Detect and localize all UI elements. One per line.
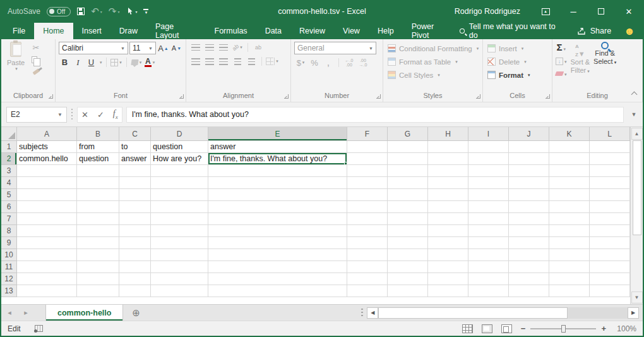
cell-A8[interactable]: [17, 225, 77, 237]
row-header-13[interactable]: 13: [1, 285, 17, 297]
zoom-slider[interactable]: [530, 328, 596, 329]
row-header-4[interactable]: 4: [1, 177, 17, 189]
row-header-9[interactable]: 9: [1, 237, 17, 249]
font-dialog-launcher[interactable]: [179, 94, 184, 99]
expand-formula-bar-button[interactable]: ▼: [628, 107, 640, 123]
align-center-button[interactable]: [203, 56, 216, 67]
insert-cells-button[interactable]: Insert▾: [486, 42, 549, 55]
cell-D9[interactable]: [151, 237, 208, 249]
cell-J1[interactable]: [509, 141, 549, 153]
cell-A9[interactable]: [17, 237, 77, 249]
minimize-button[interactable]: ─: [559, 0, 587, 23]
cell-I7[interactable]: [468, 213, 509, 225]
close-button[interactable]: ✕: [615, 0, 643, 23]
cell-L11[interactable]: [590, 261, 630, 273]
cell-G7[interactable]: [388, 213, 428, 225]
enter-entry-button[interactable]: ✓: [97, 110, 104, 119]
paste-button[interactable]: Paste ▾: [4, 42, 27, 90]
cell-D13[interactable]: [151, 285, 208, 297]
cell-C12[interactable]: [119, 273, 151, 285]
cell-K12[interactable]: [549, 273, 590, 285]
cell-L7[interactable]: [590, 213, 630, 225]
select-all-corner[interactable]: [1, 127, 17, 141]
cell-L6[interactable]: [590, 201, 630, 213]
copy-button[interactable]: ▾: [30, 54, 42, 65]
cell-L4[interactable]: [590, 177, 630, 189]
cell-L13[interactable]: [590, 285, 630, 297]
cell-E5[interactable]: [208, 189, 347, 201]
cell-B7[interactable]: [77, 213, 119, 225]
cell-G4[interactable]: [388, 177, 428, 189]
cell-K11[interactable]: [549, 261, 590, 273]
cell-K9[interactable]: [549, 237, 590, 249]
row-header-11[interactable]: 11: [1, 261, 17, 273]
cell-B6[interactable]: [77, 201, 119, 213]
cell-K6[interactable]: [549, 201, 590, 213]
sheet-tab-common-hello[interactable]: common-hello: [45, 305, 123, 321]
cell-L8[interactable]: [590, 225, 630, 237]
zoom-in-button[interactable]: +: [601, 324, 606, 333]
cell-A4[interactable]: [17, 177, 77, 189]
cell-C1[interactable]: to: [119, 141, 151, 153]
ribbon-display-options-button[interactable]: ▴: [532, 0, 559, 23]
cell-I3[interactable]: [468, 165, 509, 177]
cut-button[interactable]: ✂: [30, 42, 42, 53]
cell-F7[interactable]: [347, 213, 388, 225]
cell-E4[interactable]: [208, 177, 347, 189]
cell-I9[interactable]: [468, 237, 509, 249]
cell-K1[interactable]: [549, 141, 590, 153]
cell-F10[interactable]: [347, 249, 388, 261]
row-header-5[interactable]: 5: [1, 189, 17, 201]
conditional-formatting-button[interactable]: Conditional Formatting▾: [386, 42, 479, 55]
underline-button[interactable]: U: [85, 56, 97, 68]
cell-H1[interactable]: [428, 141, 468, 153]
cell-L1[interactable]: [590, 141, 630, 153]
tell-me-box[interactable]: Tell me what you want to do: [460, 22, 564, 40]
cell-K2[interactable]: [549, 153, 590, 165]
cell-E7[interactable]: [208, 213, 347, 225]
cell-J8[interactable]: [509, 225, 549, 237]
cell-L2[interactable]: [590, 153, 630, 165]
increase-decimal-button[interactable]: ←.0.00: [343, 57, 355, 68]
scroll-right-button[interactable]: ▶: [628, 307, 639, 319]
page-layout-view-button[interactable]: [482, 324, 492, 333]
clipboard-dialog-launcher[interactable]: [49, 94, 53, 99]
cell-I10[interactable]: [468, 249, 509, 261]
cell-E9[interactable]: [208, 237, 347, 249]
cell-H4[interactable]: [428, 177, 468, 189]
font-name-combo[interactable]: Calibri▼: [59, 42, 128, 54]
cell-G3[interactable]: [388, 165, 428, 177]
cell-L12[interactable]: [590, 273, 630, 285]
cell-C4[interactable]: [119, 177, 151, 189]
cell-K13[interactable]: [549, 285, 590, 297]
cell-styles-button[interactable]: Cell Styles▾: [386, 68, 479, 82]
borders-button[interactable]: ▾: [110, 56, 122, 68]
row-header-8[interactable]: 8: [1, 225, 17, 237]
cell-F3[interactable]: [347, 165, 388, 177]
merge-center-button[interactable]: ▾: [266, 56, 278, 67]
cell-H8[interactable]: [428, 225, 468, 237]
cell-B12[interactable]: [77, 273, 119, 285]
redo-button[interactable]: ↷▾: [109, 6, 120, 17]
page-break-preview-button[interactable]: [501, 324, 512, 333]
cell-I8[interactable]: [468, 225, 509, 237]
cell-G1[interactable]: [388, 141, 428, 153]
increase-indent-button[interactable]: [245, 56, 258, 67]
column-header-B[interactable]: B: [77, 127, 119, 141]
cell-D4[interactable]: [151, 177, 208, 189]
cell-J5[interactable]: [509, 189, 549, 201]
find-select-button[interactable]: Find & Select▾: [593, 42, 616, 90]
formula-input[interactable]: I'm fine, thanks. What about you?: [126, 107, 624, 123]
cell-C6[interactable]: [119, 201, 151, 213]
cell-H2[interactable]: [428, 153, 468, 165]
cell-D3[interactable]: [151, 165, 208, 177]
cell-H3[interactable]: [428, 165, 468, 177]
column-header-E[interactable]: E: [208, 127, 347, 141]
tab-power-pivot[interactable]: Power Pivot: [403, 23, 460, 39]
column-header-L[interactable]: L: [590, 127, 630, 141]
cell-E2[interactable]: I'm fine, thanks. What about you?: [208, 153, 347, 165]
font-size-combo[interactable]: 11▼: [129, 42, 156, 54]
cell-A13[interactable]: [17, 285, 77, 297]
increase-font-size-button[interactable]: A▲: [157, 42, 169, 54]
cell-B5[interactable]: [77, 189, 119, 201]
